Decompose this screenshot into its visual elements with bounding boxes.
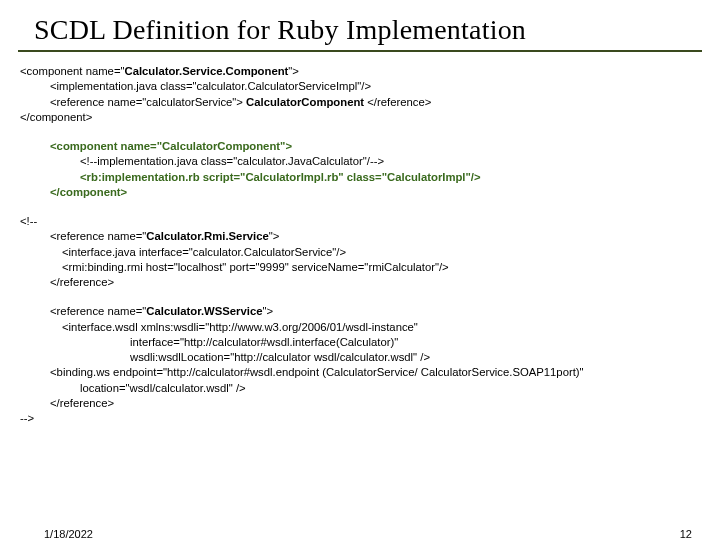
code-body: <component name="Calculator.Service.Comp… [20,64,700,426]
code-text: <component name=" [20,65,125,77]
code-text: <reference name=" [50,230,146,242]
code-text: <reference name=" [50,305,146,317]
code-bold: Calculator.WSService [146,305,262,317]
code-text: location="wsdl/calculator.wsdl" /> [20,381,700,396]
code-highlight: <component name="CalculatorComponent"> [50,140,292,152]
code-text: "> [288,65,299,77]
code-text: <interface.java interface="calculator.Ca… [20,245,700,260]
code-text: --> [20,411,700,426]
code-text: <binding.ws endpoint="http://calculator#… [20,365,700,380]
code-text: </reference> [20,396,700,411]
code-bold: Calculator.Service.Component [125,65,289,77]
footer-date: 1/18/2022 [44,528,93,540]
code-text: wsdli:wsdlLocation="http://calculator ws… [20,350,700,365]
code-text: "> [263,305,274,317]
code-text: <implementation.java class="calculator.C… [20,79,700,94]
code-text: interface="http://calculator#wsdl.interf… [20,335,700,350]
code-text: <rmi:binding.rmi host="localhost" port="… [20,260,700,275]
code-block-4: <reference name="Calculator.WSService"> … [20,304,700,426]
code-block-1: <component name="Calculator.Service.Comp… [20,64,700,125]
slide-title: SCDL Definition for Ruby Implementation [34,14,720,46]
code-block-2: <component name="CalculatorComponent"> <… [20,139,700,200]
slide-footer: 1/18/2022 12 [0,528,720,540]
code-highlight: <rb:implementation.rb script="Calculator… [80,171,481,183]
code-text: <!-- [20,214,700,229]
code-highlight: </component> [50,186,127,198]
code-text: </reference> [20,275,700,290]
code-bold: CalculatorComponent [246,96,367,108]
code-text: <!--implementation.java class="calculato… [50,154,700,169]
code-text: "> [269,230,280,242]
title-divider [18,50,702,52]
code-text: </reference> [367,96,431,108]
footer-page-number: 12 [680,528,692,540]
code-text: <reference name="calculatorService"> [50,96,246,108]
code-text: <interface.wsdl xmlns:wsdli="http://www.… [20,320,700,335]
code-text: </component> [20,110,700,125]
code-bold: Calculator.Rmi.Service [146,230,268,242]
code-block-3: <!-- <reference name="Calculator.Rmi.Ser… [20,214,700,290]
